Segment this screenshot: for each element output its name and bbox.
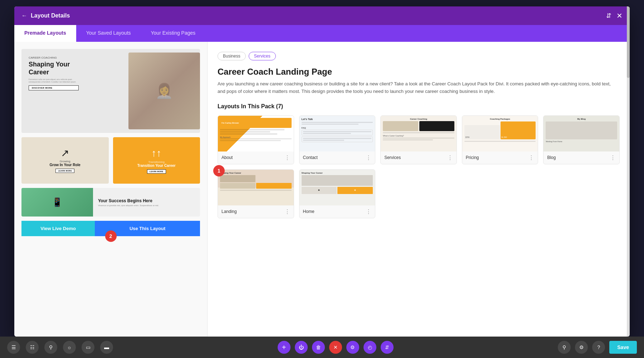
settings-icon[interactable]: ⚙ <box>346 341 359 354</box>
preview-bottom-sub: Vivamus ut gravida nisi, quis aliquam en… <box>98 204 195 207</box>
toolbar-left: ☰ ☷ ⚲ ☼ ▭ ▬ <box>7 341 113 354</box>
preview-label: CAREER COACHING <box>29 56 79 59</box>
preview-photo-inner: 👩‍💼 <box>128 53 200 129</box>
layout-home-menu[interactable]: ⋮ <box>366 208 371 215</box>
search-icon[interactable]: ⚲ <box>44 341 57 354</box>
pack-title: Career Coach Landing Page <box>218 67 620 77</box>
menu-icon[interactable]: ☰ <box>7 341 20 354</box>
layout-card-contact-footer: Contact ⋮ <box>299 151 375 164</box>
layout-details-modal: ← Layout Details ⇵ ✕ Premade Layouts You… <box>14 6 630 337</box>
preview-mid-right-label: Transitioning <box>148 160 165 164</box>
layout-card-blog-footer: Blog ⋮ <box>543 151 619 164</box>
tab-premade-layouts[interactable]: Premade Layouts <box>14 25 76 42</box>
right-panel: Business Services Career Coach Landing P… <box>208 42 630 337</box>
layout-thumb-home: Shaping Your Career ✦ ✦ <box>299 170 375 205</box>
layout-grid-row1: I'm Carley Brown My Approach <box>218 115 620 164</box>
header-left: ← Layout Details <box>21 13 70 19</box>
preview-mid-left-btn[interactable]: LEARN MORE <box>55 169 74 173</box>
layout-about-menu[interactable]: ⋮ <box>284 154 290 161</box>
modal-header: ← Layout Details ⇵ ✕ <box>14 6 630 25</box>
layout-home-name: Home <box>303 209 314 214</box>
preview-mid-left-label: Growing <box>60 160 70 163</box>
layout-thumb-about: I'm Carley Brown My Approach <box>218 116 294 151</box>
layout-thumb-contact: Let's Talk FAQ <box>299 116 375 151</box>
tab-saved-layouts[interactable]: Your Saved Layouts <box>76 25 141 42</box>
layout-about-name: About <box>221 155 233 160</box>
layout-landing-menu[interactable]: ⋮ <box>284 208 290 215</box>
trash-icon[interactable]: 🗑 <box>312 341 325 354</box>
search-right-icon[interactable]: ⚲ <box>558 341 571 354</box>
toolbar-right: ⚲ ⚙ ? Save <box>558 341 637 354</box>
tag-services[interactable]: Services <box>249 52 276 60</box>
layout-thumb-services: Career Coaching What is Career Coaching? <box>381 116 457 151</box>
preview-bottom: 📱 Your Success Begins Here Vivamus ut gr… <box>21 188 200 217</box>
preview-top-text: CAREER COACHING Shaping YourCareer Ferme… <box>29 56 79 90</box>
layout-contact-name: Contact <box>303 155 318 160</box>
grid-icon[interactable]: ☷ <box>26 341 39 354</box>
layout-card-blog[interactable]: My Blog Working From Home Blog ⋮ <box>543 115 620 164</box>
close-icon[interactable]: ✕ <box>616 11 623 20</box>
layout-blog-menu[interactable]: ⋮ <box>610 154 616 161</box>
layout-card-services-footer: Services ⋮ <box>381 151 457 164</box>
layouts-heading: Layouts In This Pack (7) <box>218 103 620 110</box>
settings-right-icon[interactable]: ⚙ <box>575 341 588 354</box>
preview-bottom-text: Your Success Begins Here Vivamus ut grav… <box>93 188 200 217</box>
preview-mid-right-btn[interactable]: LEARN MORE <box>147 169 166 174</box>
layout-card-pricing[interactable]: Coaching Packages $789 $1,590 <box>462 115 538 164</box>
layout-card-about-footer: About ⋮ <box>218 151 294 164</box>
preview-mid-right: ↑↑ Transitioning Transition Your Career … <box>113 137 200 184</box>
tag-business[interactable]: Business <box>218 52 246 60</box>
back-icon[interactable]: ← <box>21 13 27 19</box>
layout-icon[interactable]: ⇵ <box>381 341 394 354</box>
badge-1-circle: 1 <box>213 165 225 176</box>
tag-row: Business Services <box>218 52 620 60</box>
layout-card-services[interactable]: Career Coaching What is Career Coaching? <box>380 115 457 164</box>
layout-thumb-blog: My Blog Working From Home <box>543 116 619 151</box>
save-button[interactable]: Save <box>609 341 637 354</box>
preview-body: Fermentum nulla non justo aliquet, arcu … <box>29 78 79 83</box>
layout-services-name: Services <box>384 155 401 160</box>
layout-card-about[interactable]: I'm Carley Brown My Approach <box>218 115 294 164</box>
layout-card-contact[interactable]: Let's Talk FAQ <box>299 115 376 164</box>
badge-2-circle: 2 <box>105 230 117 242</box>
layout-pricing-name: Pricing <box>466 155 479 160</box>
landing-card-wrapper: 1 Shaping Your Career <box>218 169 294 218</box>
preview-mid-images: ↗ Growing Grow In Your Role LEARN MORE ↑… <box>21 137 200 184</box>
preview-bottom-img: 📱 <box>21 188 93 217</box>
arrow-up-white-icon: ↑↑ <box>151 148 161 159</box>
layout-card-landing[interactable]: Shaping Your Career <box>218 169 294 218</box>
close-toolbar-icon[interactable]: ✕ <box>329 341 342 354</box>
layout-contact-menu[interactable]: ⋮ <box>366 154 371 161</box>
layout-services-menu[interactable]: ⋮ <box>447 154 453 161</box>
preview-discover-btn[interactable]: DISCOVER MORE <box>29 85 79 90</box>
compare-icon[interactable]: ⇵ <box>606 12 611 20</box>
preview-mid-right-title: Transition Your Career <box>137 164 176 168</box>
layout-card-home[interactable]: Shaping Your Career ✦ ✦ Home ⋮ <box>299 169 376 218</box>
clock-icon[interactable]: ◴ <box>364 341 376 354</box>
scroll-thumb <box>627 42 630 78</box>
layout-thumb-landing: Shaping Your Career <box>218 170 294 205</box>
layout-pricing-menu[interactable]: ⋮ <box>528 154 534 161</box>
action-buttons-row: View Live Demo Use This Layout 2 <box>21 221 200 236</box>
tablet-icon[interactable]: ▭ <box>82 341 94 354</box>
add-icon[interactable]: + <box>278 341 291 354</box>
power-icon[interactable]: ⏻ <box>295 341 308 354</box>
layout-card-pricing-footer: Pricing ⋮ <box>462 151 538 164</box>
layout-grid-row2: 1 Shaping Your Career <box>218 169 620 218</box>
modal-title: Layout Details <box>31 13 70 19</box>
preview-title: Shaping YourCareer <box>29 61 79 76</box>
preview-top-inner: CAREER COACHING Shaping YourCareer Ferme… <box>21 49 200 133</box>
mobile-icon[interactable]: ▬ <box>100 341 113 354</box>
toolbar-center: + ⏻ 🗑 ✕ ⚙ ◴ ⇵ <box>278 341 394 354</box>
bottom-toolbar: ☰ ☷ ⚲ ☼ ▭ ▬ + ⏻ 🗑 ✕ ⚙ ◴ ⇵ ⚲ ⚙ ? Save <box>0 337 644 358</box>
tab-existing-pages[interactable]: Your Existing Pages <box>141 25 206 42</box>
desktop-icon[interactable]: ☼ <box>63 341 76 354</box>
view-live-demo-button[interactable]: View Live Demo <box>21 221 95 236</box>
pack-description: Are you launching a new career coaching … <box>218 80 620 95</box>
scrollbar[interactable] <box>627 42 630 337</box>
layout-card-landing-footer: Landing ⋮ <box>218 205 294 218</box>
layout-card-home-footer: Home ⋮ <box>299 205 375 218</box>
modal-overlay: ← Layout Details ⇵ ✕ Premade Layouts You… <box>0 0 644 358</box>
help-icon[interactable]: ? <box>592 341 605 354</box>
layout-blog-name: Blog <box>547 155 556 160</box>
